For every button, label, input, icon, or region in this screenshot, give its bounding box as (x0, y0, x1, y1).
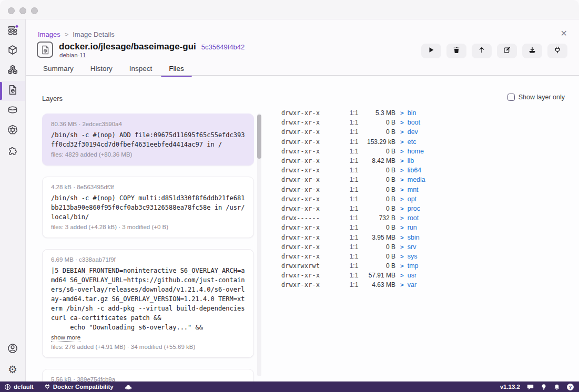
app-version: v1.13.2 (500, 384, 520, 390)
directory-link[interactable]: home (408, 148, 424, 155)
directory-link[interactable]: sbin (408, 234, 420, 241)
expand-chevron-icon[interactable]: > (400, 129, 404, 135)
file-permissions: drwxr-xr-x (281, 167, 344, 174)
directory-link[interactable]: var (408, 281, 417, 288)
expand-chevron-icon[interactable]: > (400, 282, 404, 288)
directory-link[interactable]: mnt (408, 186, 419, 193)
push-image-button[interactable] (472, 44, 492, 58)
machine-status[interactable]: default (4, 384, 34, 390)
file-row: drwxr-xr-x 1:1 153.29 kB > etc (281, 137, 460, 147)
expand-chevron-icon[interactable]: > (400, 158, 404, 164)
expand-chevron-icon[interactable]: > (400, 215, 404, 221)
layer-card[interactable]: 6.69 MB · c338aab71f9f |5 DEBIAN_FRONTEN… (42, 249, 254, 358)
file-row: drwxr-xr-x 1:1 0 B > sys (281, 252, 460, 261)
run-image-button[interactable] (421, 44, 441, 58)
expand-chevron-icon[interactable]: > (400, 272, 404, 278)
sidebar-item-volumes[interactable] (0, 101, 25, 121)
maximize-window-button[interactable] (31, 7, 38, 14)
expand-chevron-icon[interactable]: > (400, 196, 404, 202)
expand-chevron-icon[interactable]: > (400, 110, 404, 116)
file-row: drwxr-xr-x 1:1 0 B > srv (281, 242, 460, 252)
file-size: 0 B (363, 224, 395, 231)
expand-chevron-icon[interactable]: > (400, 177, 404, 183)
sidebar-item-account[interactable] (0, 339, 25, 359)
image-actions-toolbar (421, 44, 567, 58)
file-size: 0 B (363, 186, 395, 193)
file-owner: 1:1 (344, 148, 363, 155)
file-row: drwxr-xr-x 1:1 0 B > run (281, 223, 460, 232)
save-image-button[interactable] (522, 44, 542, 58)
sidebar-item-containers[interactable] (0, 41, 25, 61)
minimize-window-button[interactable] (19, 7, 26, 14)
directory-link[interactable]: usr (408, 272, 417, 279)
file-size: 8.42 MB (363, 157, 395, 164)
notification-dot (16, 25, 18, 28)
notifications-bell-icon[interactable] (554, 384, 560, 390)
layers-scrollbar-thumb[interactable] (257, 115, 261, 159)
directory-link[interactable]: lib (408, 157, 414, 164)
directory-link[interactable]: bin (408, 109, 417, 117)
close-window-button[interactable] (8, 7, 15, 14)
layer-size-and-id: 4.28 kB · 8e563495df3f (51, 183, 245, 191)
directory-link[interactable]: srv (408, 243, 417, 251)
dashboard-icon (7, 24, 18, 38)
show-more-link[interactable]: show more (51, 334, 80, 342)
directory-link[interactable]: sys (408, 253, 418, 260)
directory-link[interactable]: lib64 (408, 167, 421, 174)
file-owner: 1:1 (344, 176, 363, 183)
expand-chevron-icon[interactable]: > (400, 119, 404, 126)
breadcrumb-images-link[interactable]: Images (38, 30, 60, 38)
sidebar-item-images[interactable] (0, 81, 25, 101)
docker-compatibility-status[interactable]: Docker Compatibility (44, 384, 114, 390)
expand-chevron-icon[interactable]: > (400, 224, 404, 231)
file-permissions: drwxrwxrwt (281, 262, 344, 270)
layer-card[interactable]: 4.28 kB · 8e563495df3f /bin/sh -c #(nop)… (42, 177, 254, 238)
expand-chevron-icon[interactable]: > (400, 244, 404, 250)
file-owner: 1:1 (344, 272, 363, 279)
directory-link[interactable]: dev (408, 128, 418, 136)
file-row: drwxr-xr-x 1:1 57.91 MB > usr (281, 271, 460, 280)
expand-chevron-icon[interactable]: > (400, 187, 404, 193)
directory-link[interactable]: etc (408, 138, 417, 146)
sidebar-item-dashboard[interactable] (0, 21, 25, 41)
file-owner: 1:1 (344, 138, 363, 146)
expand-chevron-icon[interactable]: > (400, 167, 404, 173)
docker-compatibility-label: Docker Compatibility (53, 384, 114, 390)
edit-image-button[interactable] (497, 44, 517, 58)
help-icon[interactable]: ? (567, 384, 574, 390)
directory-link[interactable]: proc (408, 205, 420, 212)
close-details-icon[interactable]: ✕ (561, 29, 567, 38)
show-layer-only-label: Show layer only (519, 94, 565, 101)
expand-chevron-icon[interactable]: > (400, 205, 404, 212)
layer-command: |5 DEBIAN_FRONTEND=noninteractive S6_OVE… (51, 266, 245, 332)
expand-chevron-icon[interactable]: > (400, 148, 404, 154)
directory-link[interactable]: tmp (408, 262, 419, 270)
sidebar-item-kubernetes[interactable] (0, 121, 25, 141)
connect-image-button[interactable] (547, 44, 567, 58)
delete-image-button[interactable] (446, 44, 466, 58)
podman-hat-icon[interactable] (124, 384, 133, 390)
directory-link[interactable]: boot (408, 119, 420, 126)
directory-link[interactable]: media (408, 176, 425, 183)
file-permissions: drwxr-xr-x (281, 243, 344, 251)
directory-link[interactable]: run (408, 224, 417, 231)
layer-card[interactable]: 80.36 MB · 2edcec3590a4 /bin/sh -c #(nop… (42, 114, 254, 166)
file-size: 3.95 MB (363, 234, 395, 241)
show-layer-only-checkbox[interactable] (507, 94, 515, 101)
file-owner: 1:1 (344, 214, 363, 222)
save-icon (529, 46, 536, 56)
tips-lightbulb-icon[interactable] (541, 384, 547, 390)
sidebar-item-settings[interactable]: ⚙ (0, 359, 25, 379)
plug-icon-small (44, 384, 50, 390)
directory-link[interactable]: opt (408, 195, 417, 203)
sidebar-item-extensions[interactable] (0, 141, 25, 161)
play-icon (428, 46, 435, 56)
expand-chevron-icon[interactable]: > (400, 253, 404, 260)
expand-chevron-icon[interactable]: > (400, 139, 404, 145)
file-owner: 1:1 (344, 195, 363, 203)
expand-chevron-icon[interactable]: > (400, 263, 404, 269)
directory-link[interactable]: root (408, 214, 419, 222)
expand-chevron-icon[interactable]: > (400, 234, 404, 241)
feedback-bubble-icon[interactable] (527, 384, 534, 390)
sidebar-item-pods[interactable] (0, 61, 25, 81)
